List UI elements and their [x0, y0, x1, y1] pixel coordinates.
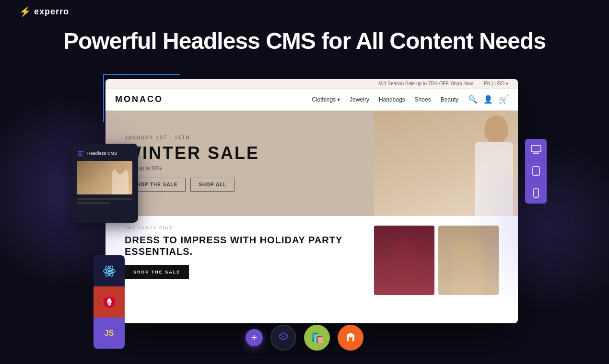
monaco-topbar: Mid-Season Sale up to 75% OFF. Shop Now …: [105, 79, 518, 89]
hero-buttons: SHOP THE SALE SHOP ALL: [125, 178, 499, 192]
mobile-preview-button[interactable]: [525, 182, 547, 204]
logo-text: experro: [34, 7, 69, 17]
browser-mockup: Mid-Season Sale up to 75% OFF. Shop Now …: [105, 79, 518, 323]
cart-icon[interactable]: 🛒: [499, 95, 508, 104]
device-sidebar: [525, 139, 547, 204]
hero-subtitle: Save up to 50%: [125, 165, 499, 171]
shop-all-button[interactable]: SHOP ALL: [190, 178, 234, 192]
top-header: ⚡ experro: [0, 0, 609, 23]
svg-rect-1: [78, 153, 82, 154]
cms-card-header: Headless CMS: [77, 149, 132, 157]
party-label: THE PARTY EDIT: [125, 226, 364, 230]
dropdown-arrow-icon: ▾: [337, 96, 340, 103]
logo-icon: ⚡: [19, 6, 31, 17]
hero-title: WINTER SALE: [125, 143, 499, 163]
lang-selector[interactable]: EN | USD ▾: [484, 81, 508, 86]
party-image-2: [438, 226, 499, 295]
tablet-preview-button[interactable]: [525, 160, 547, 182]
nav-link-jewelry[interactable]: Jewelry: [350, 96, 369, 103]
cms-card-lines: [77, 198, 132, 204]
nav-link-beauty[interactable]: Beauty: [441, 96, 458, 103]
party-images: [374, 226, 499, 295]
tech-react: [94, 255, 125, 286]
cms-card-image: [77, 161, 132, 194]
tech-js: JS: [94, 318, 125, 349]
nav-link-handbags[interactable]: Handbags: [379, 96, 405, 103]
logo[interactable]: ⚡ experro: [19, 6, 69, 17]
cms-card-icon: [77, 149, 84, 157]
integrations-bar: + 🛍️: [246, 325, 363, 351]
search-icon[interactable]: 🔍: [468, 95, 478, 104]
account-icon[interactable]: 👤: [483, 95, 493, 104]
svg-rect-2: [78, 155, 82, 156]
hero-content: JANUARY 1ST - 15TH WINTER SALE Save up t…: [105, 125, 518, 201]
js-label: JS: [105, 329, 114, 338]
cms-line-1: [77, 198, 132, 200]
shopify-logo: 🛍️: [311, 331, 324, 344]
party-title: DRESS TO IMPRESS WITH HOLIDAY PARTY ESSE…: [125, 234, 364, 257]
cms-line-2: [77, 202, 110, 204]
party-content: THE PARTY EDIT DRESS TO IMPRESS WITH HOL…: [125, 226, 364, 295]
magento-icon[interactable]: [338, 325, 363, 351]
svg-point-20: [536, 195, 537, 196]
svg-rect-13: [531, 146, 541, 152]
svg-point-18: [536, 174, 537, 175]
tech-angular: [94, 286, 125, 318]
topbar-sale-text: Mid-Season Sale up to 75% OFF. Shop Now: [378, 81, 473, 86]
cms-card: Headless CMS: [71, 144, 138, 223]
hero-section: JANUARY 1ST - 15TH WINTER SALE Save up t…: [105, 111, 518, 216]
svg-rect-0: [78, 151, 83, 152]
nav-icons: 🔍 👤 🛒: [468, 95, 508, 104]
tech-sidebar: JS: [94, 255, 125, 349]
party-image-1: [374, 226, 434, 295]
svg-point-3: [108, 270, 111, 273]
party-shop-button[interactable]: SHOP THE SALE: [125, 265, 189, 279]
party-section: THE PARTY EDIT DRESS TO IMPRESS WITH HOL…: [105, 216, 518, 305]
cms-card-title: Headless CMS: [87, 151, 117, 156]
monaco-brand: MONACO: [115, 94, 163, 104]
page-title: Powerful Headless CMS for All Content Ne…: [0, 23, 609, 64]
desktop-preview-button[interactable]: [525, 139, 547, 160]
shopify-icon[interactable]: 🛍️: [304, 325, 330, 351]
nav-link-shoes[interactable]: Shoes: [415, 96, 431, 103]
builder-icon[interactable]: [270, 325, 296, 351]
hero-date: JANUARY 1ST - 15TH: [125, 135, 499, 140]
add-integration-button[interactable]: +: [246, 329, 263, 346]
nav-links: Clothings ▾ Jewelry Handbags Shoes Beaut…: [312, 96, 458, 103]
monaco-nav: MONACO Clothings ▾ Jewelry Handbags Shoe…: [105, 89, 518, 111]
nav-link-clothing[interactable]: Clothings ▾: [312, 96, 340, 103]
